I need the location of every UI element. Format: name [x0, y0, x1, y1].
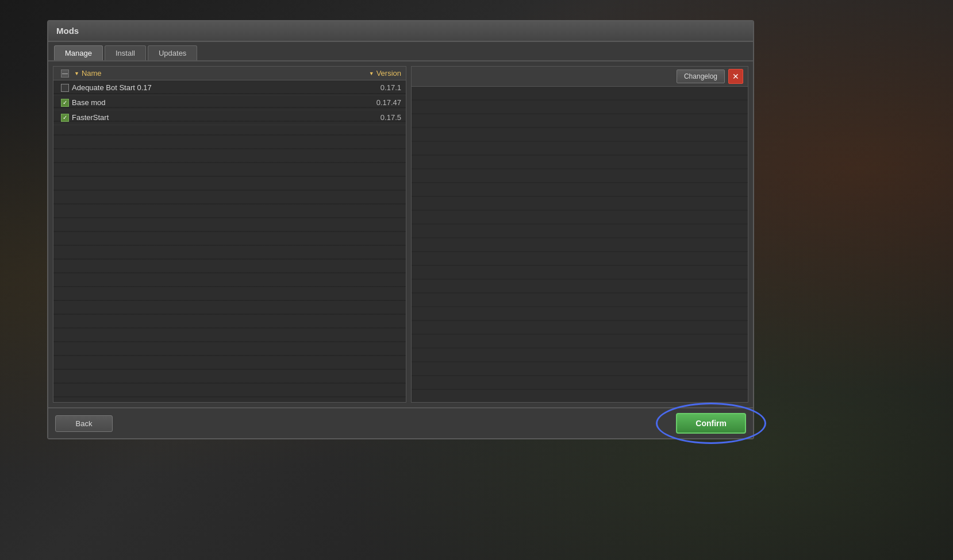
- modal-title: Mods: [56, 26, 79, 36]
- tab-manage[interactable]: Manage: [54, 45, 103, 60]
- confirm-button[interactable]: Confirm: [676, 413, 746, 434]
- mod-row[interactable]: Adequate Bot Start 0.17 0.17.1: [53, 80, 406, 95]
- mod-checkbox-2[interactable]: ✓: [58, 99, 72, 107]
- mod-list-panel: — ▼ Name ▼ Version Adequate Bot Star: [53, 66, 406, 403]
- back-button[interactable]: Back: [55, 415, 113, 432]
- mod-list-header: — ▼ Name ▼ Version: [53, 67, 406, 80]
- mod-detail-panel: Changelog ✕: [411, 66, 748, 403]
- mod-row[interactable]: ✓ FasterStart 0.17.5: [53, 110, 406, 125]
- delete-mod-button[interactable]: ✕: [728, 69, 743, 84]
- checkbox-1[interactable]: [61, 84, 69, 92]
- mod-detail-content: [412, 87, 748, 402]
- mod-row[interactable]: ✓ Base mod 0.17.47: [53, 95, 406, 110]
- tab-install[interactable]: Install: [105, 45, 146, 60]
- name-sort-arrow: ▼: [74, 71, 79, 76]
- tabs-bar: Manage Install Updates: [48, 42, 753, 61]
- col-version-header[interactable]: ▼ Version: [349, 69, 401, 78]
- mod-detail-toolbar: Changelog ✕: [412, 67, 748, 87]
- mod-checkbox-3[interactable]: ✓: [58, 114, 72, 122]
- header-checkbox-area[interactable]: —: [58, 69, 72, 78]
- mod-name-2: Base mod: [72, 98, 349, 107]
- modal-titlebar: Mods: [48, 21, 753, 42]
- confirm-highlight: Confirm: [676, 413, 746, 434]
- mod-version-2: 0.17.47: [349, 98, 401, 107]
- col-name-header[interactable]: ▼ Name: [74, 69, 347, 78]
- mod-list-rows: Adequate Bot Start 0.17 0.17.1 ✓ Base mo…: [53, 80, 406, 402]
- mod-version-3: 0.17.5: [349, 113, 401, 122]
- tab-updates[interactable]: Updates: [148, 45, 197, 60]
- mod-checkbox-1[interactable]: [58, 84, 72, 92]
- mod-name-3: FasterStart: [72, 113, 349, 122]
- modal-footer: Back Confirm: [48, 407, 753, 438]
- mod-version-1: 0.17.1: [349, 83, 401, 92]
- changelog-button[interactable]: Changelog: [677, 69, 725, 83]
- checkbox-3[interactable]: ✓: [61, 114, 69, 122]
- version-sort-arrow: ▼: [369, 71, 374, 76]
- col-name-label: Name: [82, 69, 102, 78]
- mod-name-1: Adequate Bot Start 0.17: [72, 83, 349, 92]
- delete-icon: ✕: [732, 72, 739, 81]
- select-all-toggle[interactable]: —: [61, 69, 69, 78]
- checkbox-2[interactable]: ✓: [61, 99, 69, 107]
- mods-modal: Mods Manage Install Updates — ▼ Name ▼ V…: [47, 20, 754, 439]
- modal-body: — ▼ Name ▼ Version Adequate Bot Star: [48, 61, 753, 407]
- col-version-label: Version: [376, 69, 401, 78]
